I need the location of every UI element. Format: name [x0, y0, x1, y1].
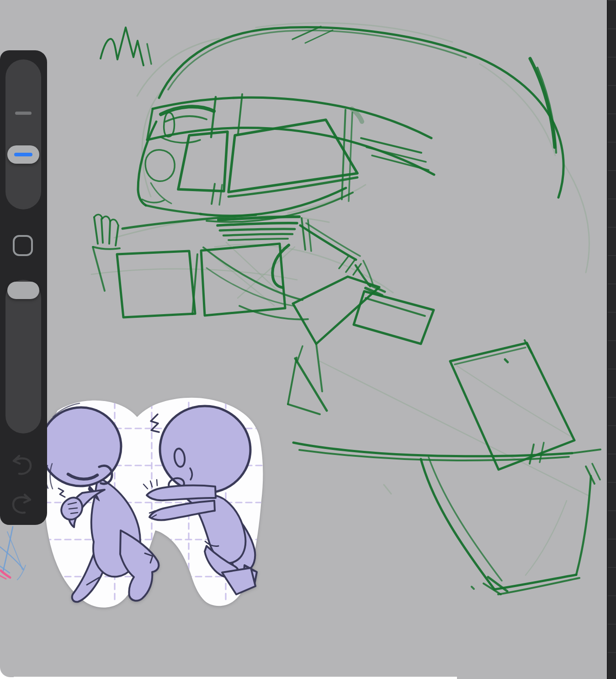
sidebar-toolbar: [0, 50, 47, 525]
redo-button[interactable]: [9, 492, 35, 514]
redo-arrow-icon: [9, 492, 35, 514]
side-panel-edge-strip[interactable]: [607, 0, 616, 679]
screen-bottom-edge: [0, 677, 457, 679]
app-window: [0, 0, 616, 679]
modify-button[interactable]: [13, 235, 33, 256]
reference-sticker-image: [37, 398, 264, 608]
size-handle-accent: [14, 153, 32, 156]
slider-tick-mark: [15, 112, 32, 115]
artwork-layer: [0, 0, 616, 679]
brush-opacity-slider[interactable]: [5, 280, 41, 433]
brush-size-slider[interactable]: [5, 59, 41, 209]
corner-scribble-strokes: [0, 527, 26, 580]
brush-opacity-handle[interactable]: [7, 282, 39, 299]
brush-size-handle[interactable]: [7, 145, 39, 164]
undo-arrow-icon: [9, 454, 35, 476]
undo-button[interactable]: [9, 454, 35, 476]
